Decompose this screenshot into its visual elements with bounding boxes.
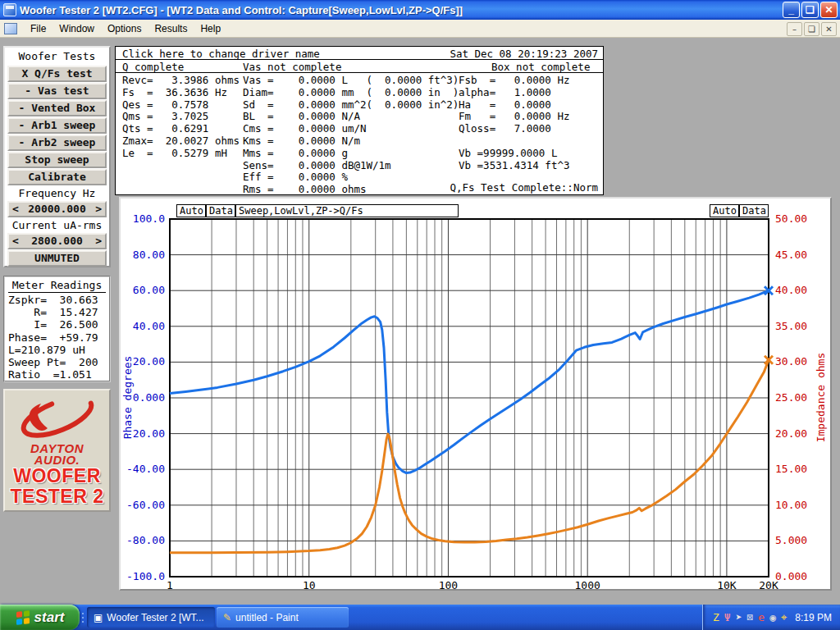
- sidebar-button-arb1-sweep[interactable]: - Arb1 sweep: [7, 117, 107, 134]
- restore-button[interactable]: ❏: [801, 2, 819, 18]
- left-axis-tick: -80.00: [122, 534, 165, 546]
- current-stepper[interactable]: < 2800.000 >: [7, 233, 107, 249]
- start-button[interactable]: start: [0, 605, 80, 630]
- mdi-child-icon[interactable]: [4, 23, 17, 34]
- system-tray: ZΨ➤⊠e◉⌖ 8:19 PM: [702, 605, 840, 630]
- meter-readings-panel: Meter Readings Zspkr= 30.663 R= 15.427 I…: [3, 276, 111, 382]
- left-axis-tick: 80.00: [122, 249, 165, 261]
- frequency-label: Frequency Hz: [7, 186, 107, 200]
- meter-readings-title: Meter Readings: [8, 279, 106, 293]
- dayton-swoosh-icon: [8, 392, 107, 440]
- current-decrement-arrow[interactable]: <: [12, 235, 19, 248]
- frequency-decrement-arrow[interactable]: <: [12, 203, 19, 216]
- menu-item-file[interactable]: File: [24, 21, 52, 36]
- taskbar-item-label: untitled - Paint: [235, 612, 299, 623]
- sweep-mode-label[interactable]: Sweep,LowLvl,ZP->Q/Fs: [235, 204, 459, 217]
- woofer-tests-panel: Woofer Tests X Q/Fs test- Vas test- Vent…: [3, 46, 111, 267]
- wireless-icon[interactable]: Ψ: [724, 612, 731, 623]
- mdi-restore-button[interactable]: ❏: [804, 22, 819, 36]
- taskbar-item-woofer-tester[interactable]: ▣ Woofer Tester 2 [WT...: [87, 607, 215, 628]
- product-name-line2: TESTER 2: [5, 486, 109, 507]
- sidebar-button-vas-test[interactable]: - Vas test: [7, 83, 107, 99]
- x-axis-tick: 1: [145, 579, 194, 591]
- frequency-stepper[interactable]: < 20000.000 >: [7, 201, 107, 217]
- minimize-button[interactable]: _: [783, 2, 800, 18]
- x-axis-tick: 100: [423, 579, 472, 591]
- zonealarm-icon[interactable]: Z: [713, 612, 719, 623]
- sidebar-button-arb2-sweep[interactable]: - Arb2 sweep: [7, 135, 107, 151]
- right-axis-tick: 10.00: [775, 499, 824, 511]
- left-axis-tick: 100.0: [122, 212, 165, 225]
- product-name-line1: WOOFER: [5, 466, 109, 486]
- right-axis-tick: 5.000: [775, 534, 824, 546]
- x-axis-tick: 20K: [744, 579, 793, 591]
- title-bar: Woofer Tester 2 [WT2.CFG] - [WT2 Data an…: [0, 0, 840, 20]
- current-increment-arrow[interactable]: >: [95, 235, 102, 248]
- paint-icon: ✎: [223, 613, 231, 623]
- impedance-phase-plot: [121, 199, 830, 589]
- menu-item-results[interactable]: Results: [148, 21, 194, 36]
- windows-flag-icon: [16, 610, 30, 625]
- left-axis-tick: -60.00: [122, 499, 165, 511]
- taskbar-item-paint[interactable]: ✎ untitled - Paint: [217, 607, 349, 628]
- q-parameters: Revc= 3.3986 ohms Fs = 36.3636 Hz Qes = …: [122, 75, 240, 160]
- impedance-curve: [170, 360, 769, 553]
- frequency-value: 20000.000: [28, 203, 85, 216]
- menu-item-window[interactable]: Window: [52, 21, 101, 36]
- menu-bar: FileWindowOptionsResultsHelp – ❏ ✕: [0, 20, 840, 38]
- timestamp: Sat Dec 08 20:19:23 2007: [450, 48, 598, 60]
- mdi-close-button[interactable]: ✕: [821, 22, 837, 36]
- start-label: start: [34, 609, 65, 626]
- right-axis-tick: 45.00: [775, 249, 824, 261]
- phase-curve: [170, 290, 769, 472]
- app-icon: [3, 3, 16, 16]
- woofer-tests-title: Woofer Tests: [7, 48, 107, 65]
- left-axis-title: Phase degrees: [121, 316, 134, 480]
- frequency-increment-arrow[interactable]: >: [95, 203, 102, 216]
- left-axis-tick: 60.00: [122, 284, 165, 296]
- network-offline-icon[interactable]: ⊠: [746, 612, 753, 623]
- pointer-icon[interactable]: ➤: [736, 612, 742, 623]
- unmuted-button[interactable]: UNMUTED: [7, 250, 107, 267]
- x-axis-tick: 10: [285, 579, 334, 591]
- menu-item-options[interactable]: Options: [101, 21, 148, 36]
- box-section-status: Box not complete: [491, 61, 590, 73]
- sidebar-button-x-q-fs-test[interactable]: X Q/Fs test: [7, 66, 107, 82]
- sidebar-button-stop-sweep[interactable]: Stop sweep: [7, 152, 107, 168]
- driver-data-panel: Click here to change driver name Sat Dec…: [115, 46, 604, 195]
- volume-icon[interactable]: ◉: [769, 612, 776, 623]
- brand-name-line2: AUDIO.: [5, 454, 109, 466]
- menu-item-help[interactable]: Help: [194, 21, 227, 36]
- vas-section-status: Vas not complete: [243, 61, 341, 73]
- x-axis-tick: 1000: [563, 579, 612, 591]
- driver-name-link[interactable]: Click here to change driver name: [122, 48, 320, 60]
- desktop: Woofer Tester 2 [WT2.CFG] - [WT2 Data an…: [0, 0, 840, 630]
- browser-icon[interactable]: e: [758, 612, 765, 623]
- dayton-audio-logo-panel: DAYTON AUDIO. WOOFER TESTER 2: [3, 389, 111, 512]
- box-parameters: Fsb = 0.0000 Hz alpha= 1.0000 Ha = 0.000…: [459, 75, 569, 171]
- data-button-right[interactable]: Data: [739, 204, 769, 217]
- auto-button-right[interactable]: Auto: [710, 204, 739, 217]
- auto-button-left[interactable]: Auto: [176, 204, 206, 217]
- meter-readings-values: Zspkr= 30.663 R= 15.427 I= 26.500 Phase=…: [8, 294, 106, 381]
- right-axis-tick: 50.00: [775, 212, 824, 225]
- window-icon: ▣: [94, 613, 103, 623]
- sidebar-button-calibrate[interactable]: Calibrate: [7, 169, 107, 185]
- data-button-left[interactable]: Data: [206, 204, 235, 217]
- q-section-status: Q complete: [122, 61, 184, 73]
- test-status-text: Q,Fs Test Complete::Norm: [450, 181, 598, 194]
- taskbar-grip: [80, 605, 86, 630]
- window-title: Woofer Tester 2 [WT2.CFG] - [WT2 Data an…: [20, 4, 463, 16]
- taskbar-clock: 8:19 PM: [795, 612, 832, 623]
- right-axis-tick: 40.00: [775, 284, 824, 296]
- chart-panel: AutoDataSweep,LowLvl,ZP->Q/FsAutoData 10…: [119, 197, 832, 591]
- right-axis-title: Impedance ohms: [815, 316, 827, 480]
- current-label: Current uA-rms: [7, 218, 107, 232]
- current-value: 2800.000: [31, 235, 83, 248]
- taskbar-item-label: Woofer Tester 2 [WT...: [107, 612, 203, 623]
- mdi-minimize-button[interactable]: –: [787, 22, 802, 36]
- mouse-icon[interactable]: ⌖: [781, 612, 787, 623]
- close-button[interactable]: ✕: [820, 2, 838, 18]
- sidebar-button-vented-box[interactable]: - Vented Box: [7, 100, 107, 116]
- vas-parameters: Vas = 0.0000 L ( 0.0000 ft^3) Diam= 0.00…: [243, 75, 459, 196]
